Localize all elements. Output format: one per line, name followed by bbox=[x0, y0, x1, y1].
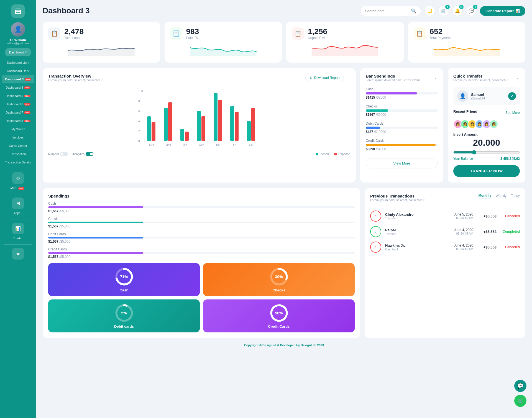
txn-info: Hawkins Jr. Cashback bbox=[385, 243, 444, 251]
view-more-button[interactable]: View More bbox=[366, 158, 438, 168]
txn-icon: ↑ bbox=[370, 242, 381, 253]
tab-today[interactable]: Today bbox=[511, 194, 520, 199]
spending-detail-cash: Cash $1,567 /$5,000 bbox=[48, 202, 355, 213]
quick-transfer-more-btn[interactable]: ⋮ bbox=[515, 74, 520, 80]
search-input[interactable] bbox=[365, 9, 409, 13]
sidebar-item-invoices[interactable]: Invoices bbox=[2, 133, 34, 142]
cms-section[interactable]: CMS New › bbox=[10, 185, 26, 192]
page-title: Dashboard 3 bbox=[43, 6, 90, 15]
txn-amount-col: +$5,553 bbox=[477, 245, 497, 249]
spending-detail-label: Checks bbox=[48, 217, 355, 221]
dashboard-label: Dashboard bbox=[9, 51, 24, 54]
star-icon-btn[interactable]: ★ bbox=[12, 248, 24, 260]
txn-amount: +$5,553 bbox=[477, 230, 497, 234]
see-more-link[interactable]: See More bbox=[505, 111, 520, 115]
badge-new: New bbox=[24, 111, 30, 114]
sidebar-logo[interactable] bbox=[11, 4, 25, 18]
spending-row-debit-cards: Debit Cards $487 /$10000 bbox=[366, 122, 438, 134]
spending-amount: $3890 /$4000 bbox=[366, 147, 438, 151]
apps-label: Apps bbox=[14, 211, 21, 215]
spending-max: /$4000 bbox=[376, 147, 386, 151]
sidebar-item-dashboard-8[interactable]: Dashboard 8New bbox=[2, 117, 34, 125]
analytics-toggle[interactable]: Analytics bbox=[72, 152, 93, 156]
dashboard-toggle[interactable]: Dashboard ▾ bbox=[5, 48, 31, 56]
support-fab[interactable]: 💬 bbox=[514, 380, 526, 392]
sidebar-item-dashboard-light[interactable]: Dashboard Light bbox=[2, 58, 34, 67]
spending-bar-bg bbox=[366, 109, 438, 112]
spending-detail-max: /$5,000 bbox=[59, 240, 70, 243]
apps-icon-btn[interactable]: ⊞ bbox=[12, 198, 24, 209]
amount-slider[interactable] bbox=[453, 150, 520, 155]
transfer-now-button[interactable]: TRANSFER NOW bbox=[453, 165, 520, 177]
spending-detail-max: /$5,000 bbox=[59, 209, 70, 213]
friend-avatar-6[interactable]: 👩 bbox=[489, 120, 498, 129]
charts-label: Charts bbox=[12, 237, 21, 240]
txn-icon: ↓ bbox=[370, 226, 381, 237]
sidebar-item-dashboard-4[interactable]: Dashboard 4New bbox=[2, 83, 34, 92]
sidebar-item-dashboard-5[interactable]: Dashboard 5New bbox=[2, 92, 34, 100]
search-box[interactable]: 🔍 bbox=[360, 6, 421, 16]
prev-transactions-card: Previous Transactions Lorem ipsum dolor … bbox=[365, 188, 525, 338]
txn-date-col: June 4, 2020 05:34:45 AM bbox=[448, 243, 473, 251]
sidebar-item-dashboard-7[interactable]: Dashboard 7New bbox=[2, 108, 34, 117]
sidebar-item-dashboard-3[interactable]: Dashboard 3New bbox=[2, 75, 34, 83]
stat-label-paid-emi: Paid EMI bbox=[186, 36, 200, 40]
tab-monthly[interactable]: Monthly bbox=[479, 194, 491, 199]
stat-icon-unpaid-emi: 📋 bbox=[292, 27, 304, 40]
tab-weekly[interactable]: Weekly bbox=[496, 194, 507, 199]
donut-wrap: 5% bbox=[114, 303, 134, 323]
balance-value: $ 456,345.62 bbox=[500, 157, 520, 161]
stat-label-unpaid-emi: Unpaid EMI bbox=[308, 36, 327, 40]
bar-spendings-subtitle: Lorem ipsum dolor sit amet, consectetur bbox=[366, 78, 420, 82]
donut-wrap: 71% bbox=[114, 267, 134, 286]
transfer-user-info: 👤 Samuel @sam224 bbox=[457, 91, 485, 102]
bottom-row: Spendings Cash $1,567 /$5,000 Checks $1,… bbox=[43, 188, 525, 338]
svg-text:Mon: Mon bbox=[165, 143, 171, 147]
spending-detail-bar bbox=[48, 206, 143, 208]
spending-row-checks: Checks $1567 /$5000 bbox=[366, 104, 438, 117]
cms-icon-btn[interactable]: ⚙ bbox=[12, 172, 24, 184]
cart-fab[interactable]: 🛒 bbox=[514, 395, 526, 407]
sidebar-item-label: Invoices bbox=[12, 136, 24, 139]
svg-text:Wed: Wed bbox=[199, 143, 204, 147]
sidebar-item-my-wallet[interactable]: My Wallet bbox=[2, 125, 34, 133]
sidebar-item-transaction-details[interactable]: Transaction Details bbox=[2, 158, 34, 166]
number-toggle[interactable]: Number bbox=[48, 152, 68, 156]
theme-toggle-btn[interactable]: 🌙 bbox=[424, 6, 435, 16]
sidebar-item-label: Dashboard 3 bbox=[5, 78, 24, 81]
spending-detail-label: Debit Cards bbox=[48, 232, 355, 236]
cart-badge: 2 bbox=[445, 5, 450, 9]
user-name: Hi,William bbox=[10, 38, 26, 42]
sidebar-item-transaction[interactable]: Transaction bbox=[2, 150, 34, 158]
spending-label: Debit Cards bbox=[366, 122, 438, 125]
number-switch[interactable] bbox=[60, 152, 68, 156]
apps-section[interactable]: Apps › bbox=[14, 210, 22, 217]
messages-btn[interactable]: 💬 5 bbox=[466, 6, 477, 16]
charts-icon-btn[interactable]: 📊 bbox=[12, 223, 24, 234]
svg-rect-26 bbox=[201, 116, 205, 141]
svg-rect-32 bbox=[251, 108, 255, 141]
generate-report-button[interactable]: Generate Report 📊 bbox=[480, 6, 525, 16]
analytics-switch[interactable] bbox=[86, 152, 93, 156]
notifications-btn[interactable]: 🔔 12 bbox=[452, 6, 463, 16]
txn-date: June 4, 2020 bbox=[448, 243, 473, 247]
stat-label-total-loan: Total Loan bbox=[64, 36, 84, 40]
bar-spendings-more-btn[interactable]: ⋮ bbox=[433, 74, 438, 80]
sidebar-item-dashboard-6[interactable]: Dashboard 6New bbox=[2, 100, 34, 108]
insert-amount-label: Insert Amount bbox=[453, 132, 520, 137]
cart-btn[interactable]: 🛒 2 bbox=[438, 6, 449, 16]
spending-bar bbox=[366, 144, 436, 146]
txn-date: June 5, 2020 bbox=[448, 212, 473, 216]
sidebar-item-dashboard-dark[interactable]: Dashboard Dark bbox=[2, 67, 34, 75]
charts-section[interactable]: Charts › bbox=[12, 235, 24, 242]
spending-max: /$5000 bbox=[376, 113, 386, 117]
download-report-button[interactable]: ⬇ Download Report bbox=[305, 74, 344, 82]
svg-text:100: 100 bbox=[138, 90, 143, 93]
check-icon[interactable]: ✓ bbox=[508, 92, 516, 100]
sidebar-item-cards-center[interactable]: Cards Center bbox=[2, 142, 34, 150]
more-options-btn[interactable]: ··· bbox=[346, 75, 350, 81]
spending-detail-checks: Checks $1,567 /$5,000 bbox=[48, 217, 355, 228]
balance-row: Your Balance $ 456,345.62 bbox=[453, 157, 520, 161]
spendings-detail-card: Spendings Cash $1,567 /$5,000 Checks $1,… bbox=[43, 188, 360, 338]
txn-date: June 4, 2020 bbox=[448, 228, 473, 232]
